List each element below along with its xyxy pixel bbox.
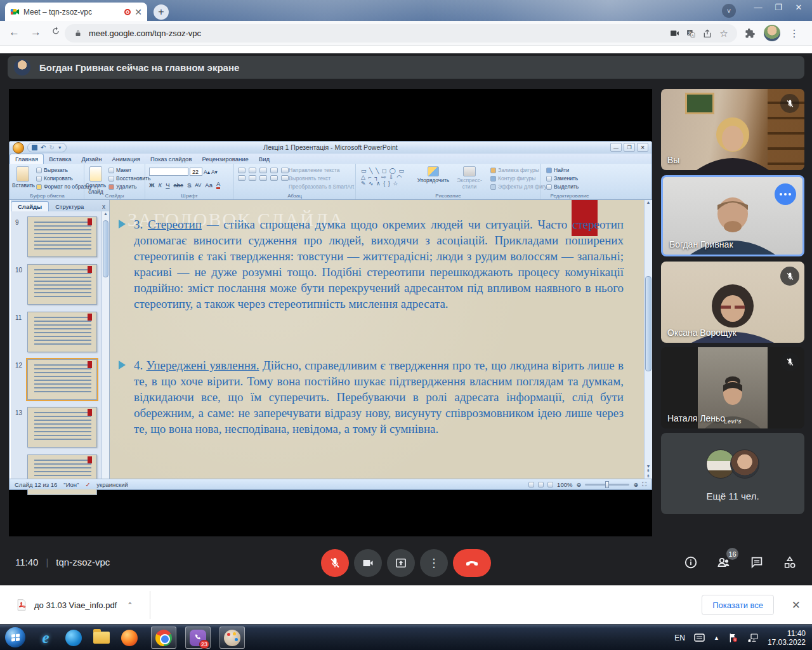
slide-paragraph-2: 4. Упереджені уявлення. Дійсно, справедл… — [134, 357, 624, 437]
download-filename: до 31.03 Viae_info.pdf — [34, 600, 117, 610]
chat-icon[interactable] — [749, 554, 765, 571]
forward-icon[interactable]: → — [30, 26, 41, 39]
presenter-avatar — [14, 59, 30, 76]
taskbar-edge-icon[interactable] — [61, 627, 86, 649]
shape-outline-button: Контур фигуры — [498, 175, 535, 182]
window-maximize-button[interactable]: ❐ — [770, 3, 787, 12]
tab-close-icon[interactable]: ✕ — [134, 8, 142, 17]
translate-icon[interactable]: 文A — [685, 28, 697, 39]
leave-call-button[interactable] — [453, 549, 491, 577]
clock-time: 11:40 — [768, 629, 806, 638]
browser-toolbar: ← → meet.google.com/tqn-zsoz-vpc 文A ☆ ⋮ — [0, 21, 812, 46]
ribbon-tab-insert: Вставка — [44, 154, 76, 164]
window-close-button[interactable]: ✕ — [790, 3, 807, 12]
back-icon[interactable]: ← — [9, 26, 20, 39]
delete-slide-button: Удалить — [116, 183, 136, 190]
camera-toggle-button[interactable] — [354, 549, 382, 577]
window-minimize-button[interactable]: — — [750, 3, 766, 12]
participant-tile-bogdan[interactable]: Богдан Гривнак — [661, 175, 804, 256]
powerpoint-status-bar: Слайд 12 из 16 "Ион" ✓ украинский 100% ⊖… — [10, 479, 652, 489]
ribbon-tab-animation: Анимация — [107, 154, 145, 164]
meeting-details-icon[interactable] — [683, 554, 699, 571]
download-caret-icon[interactable]: ⌃ — [127, 601, 133, 609]
keyboard-layout-icon[interactable] — [694, 633, 705, 642]
browser-tab[interactable]: Meet – tqn-zsoz-vpc ✕ — [5, 3, 147, 21]
overflow-participants-tile[interactable]: Ещё 11 чел. — [661, 433, 804, 514]
slides-panel-tabs: Слайды Структура x — [11, 200, 109, 211]
profile-avatar[interactable] — [764, 25, 780, 41]
ppt-restore-icon: ❐ — [624, 143, 635, 152]
bullet-arrow-icon — [119, 361, 126, 369]
camera-in-use-icon[interactable] — [669, 28, 680, 39]
taskbar-paint-icon-active[interactable] — [219, 627, 245, 649]
system-tray: EN ▲ 11:40 17.03.2022 — [674, 625, 812, 650]
zoom-out-icon: ⊖ — [576, 481, 581, 488]
participant-tile-you[interactable]: Вы — [661, 89, 804, 170]
ppt-close-icon: ✕ — [637, 143, 648, 152]
paste-button: Вставить — [12, 166, 34, 189]
share-icon[interactable] — [702, 28, 713, 39]
presenting-banner-text: Богдан Гривнак сейчас на главном экране — [39, 62, 239, 73]
bookmark-star-icon[interactable]: ☆ — [718, 28, 730, 39]
present-button[interactable] — [387, 549, 415, 577]
copy-button: Копировать — [44, 175, 73, 182]
extensions-puzzle-icon[interactable] — [742, 25, 757, 41]
tab-search-button[interactable]: ˅ — [722, 4, 736, 18]
replace-button: Заменить — [554, 175, 578, 182]
windows-logo-icon — [11, 633, 20, 641]
select-button: Выделить — [554, 183, 579, 190]
strike-button: abc — [174, 182, 183, 189]
shape-fill-button: Заливка фигуры — [498, 167, 539, 173]
recording-indicator-icon — [124, 9, 131, 15]
mic-toggle-button[interactable] — [321, 549, 349, 577]
taskbar-chrome-icon-active[interactable] — [151, 627, 176, 649]
windows-taskbar: e 23 EN ▲ 11:40 17.03.2022 — [0, 624, 812, 650]
participant-tile-oksana[interactable]: Оксана Ворощук — [661, 262, 804, 343]
start-button[interactable] — [5, 627, 25, 647]
address-bar[interactable]: meet.google.com/tqn-zsoz-vpc 文A ☆ — [65, 24, 737, 43]
overflow-count-label: Ещё 11 чел. — [661, 491, 804, 501]
layout-button: Макет — [116, 167, 131, 173]
hidden-icons-chevron[interactable]: ▲ — [714, 635, 719, 641]
taskbar-firefox-icon[interactable] — [117, 627, 142, 649]
browser-menu-kebab-icon[interactable]: ⋮ — [787, 25, 802, 41]
tab-title: Meet – tqn-zsoz-vpc — [23, 8, 121, 17]
show-all-downloads-button[interactable]: Показати все — [702, 595, 774, 615]
shadow-button: S — [187, 182, 191, 189]
panel-tab-outline: Структура — [49, 202, 90, 211]
theme-name: "Ион" — [63, 481, 79, 488]
pdf-file-icon — [15, 599, 28, 611]
activities-icon[interactable] — [782, 554, 798, 571]
ribbon-tab-review: Рецензирование — [197, 154, 253, 164]
network-icon[interactable] — [747, 633, 759, 643]
zoom-in-icon: ⊕ — [633, 481, 638, 488]
participant-tile-natalia[interactable]: Levi's Наталя Леньо — [661, 347, 804, 428]
ppt-minimize-icon: — — [610, 143, 622, 152]
participant-name: Богдан Гривнак — [669, 239, 733, 249]
taskbar-clock[interactable]: 11:40 17.03.2022 — [768, 629, 806, 647]
desktop: Meet – tqn-zsoz-vpc ✕ + ˅ — ❐ ✕ ← → meet… — [0, 0, 812, 650]
more-options-button[interactable]: ⋮ — [420, 549, 448, 577]
reload-icon[interactable] — [51, 26, 61, 36]
new-tab-button[interactable]: + — [154, 4, 169, 20]
slide-thumbnail-10 — [27, 264, 97, 305]
taskbar-ie-icon[interactable]: e — [33, 627, 58, 649]
svg-text:A: A — [691, 33, 694, 37]
ribbon-tab-row: Главная Вставка Дизайн Анимация Показ сл… — [10, 154, 652, 164]
download-item[interactable]: до 31.03 Viae_info.pdf ⌃ — [9, 594, 139, 616]
taskbar-explorer-folder-icon[interactable] — [89, 627, 114, 649]
arrange-button: Упорядочить — [417, 166, 450, 183]
tile-options-button[interactable] — [775, 183, 796, 205]
participants-icon[interactable]: 16 — [716, 554, 732, 571]
taskbar-viber-icon-active[interactable]: 23 — [185, 627, 211, 649]
align-text-button: Выровнять текст — [289, 175, 354, 182]
ribbon: Вставить Вырезать Копировать Формат по о… — [10, 164, 652, 200]
action-center-flag-icon[interactable] — [728, 633, 738, 643]
mic-muted-icon — [780, 94, 799, 113]
download-bar-close-icon[interactable]: ✕ — [792, 599, 801, 612]
powerpoint-window-controls: — ❐ ✕ — [610, 143, 648, 152]
language-indicator[interactable]: EN — [674, 633, 685, 642]
panel-tab-slides: Слайды — [11, 201, 49, 211]
participant-video — [685, 116, 780, 170]
change-case-button: Aa — [205, 182, 213, 189]
